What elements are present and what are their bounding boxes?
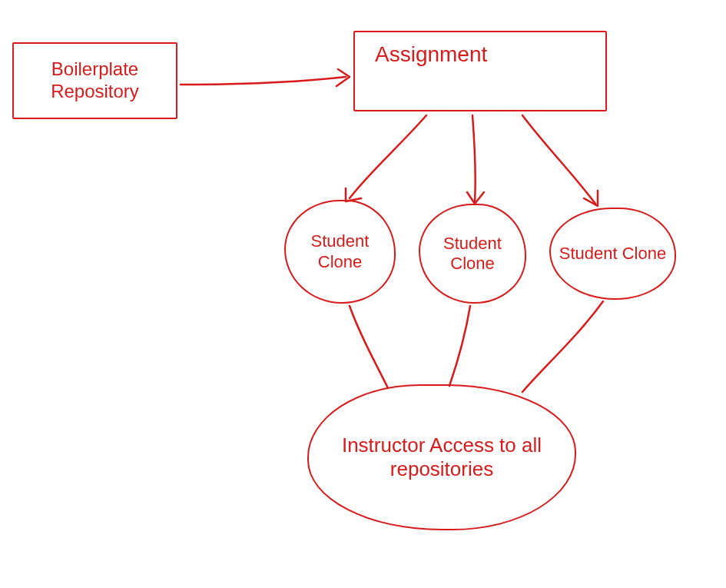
student-clone-3-label: Student Clone	[553, 241, 672, 267]
boilerplate-label: Boilerplate Repository	[14, 55, 176, 106]
student-clone-1-label: Student Clone	[286, 228, 394, 275]
assignment-label: Assignment	[369, 38, 493, 71]
student-clone-3: Student Clone	[549, 208, 676, 300]
boilerplate-repository-box: Boilerplate Repository	[12, 42, 177, 119]
student-clone-1: Student Clone	[284, 200, 396, 304]
student-clone-2: Student Clone	[419, 204, 526, 304]
instructor-access-blob: Instructor Access to all repositories	[307, 384, 576, 530]
instructor-label: Instructor Access to all repositories	[309, 430, 575, 484]
assignment-box: Assignment	[353, 31, 607, 111]
student-clone-2-label: Student Clone	[420, 231, 525, 277]
